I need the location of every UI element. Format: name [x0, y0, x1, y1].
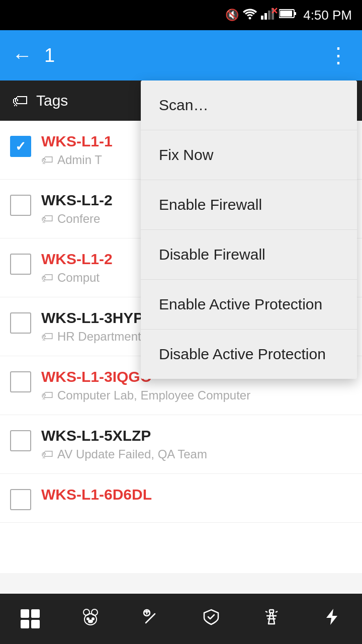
svg-rect-2	[264, 13, 267, 20]
menu-item-scan[interactable]: Scan…	[141, 80, 357, 130]
status-time: 4:50 PM	[303, 8, 352, 23]
svg-rect-7	[280, 11, 292, 17]
battery-icon	[279, 9, 296, 22]
dropdown-menu: Scan… Fix Now Enable Firewall Disable Fi…	[141, 80, 357, 379]
svg-point-0	[249, 17, 251, 20]
menu-item-enable-active-protection[interactable]: Enable Active Protection	[141, 280, 357, 330]
wifi-icon	[243, 8, 257, 23]
svg-rect-6	[294, 12, 296, 15]
status-bar: 🔇 ✕ 4:50 PM	[0, 0, 362, 30]
menu-item-enable-firewall[interactable]: Enable Firewall	[141, 180, 357, 230]
menu-item-disable-active-protection[interactable]: Disable Active Protection	[141, 330, 357, 379]
mute-icon: 🔇	[225, 9, 239, 22]
menu-item-disable-firewall[interactable]: Disable Firewall	[141, 230, 357, 280]
menu-item-fix-now[interactable]: Fix Now	[141, 130, 357, 180]
dropdown-overlay: Scan… Fix Now Enable Firewall Disable Fi…	[0, 30, 362, 644]
signal-icon: ✕	[261, 8, 275, 23]
svg-rect-1	[261, 16, 263, 20]
status-icons: 🔇 ✕ 4:50 PM	[225, 8, 352, 23]
